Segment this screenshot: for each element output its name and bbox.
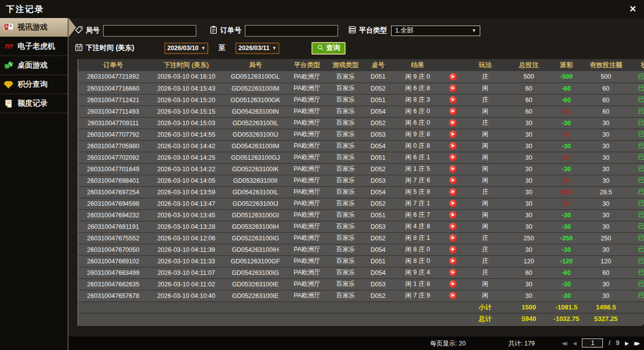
- bet-time-cell: 2026-03-10 04:13:28: [148, 221, 224, 232]
- col-game-type: 游戏类型: [328, 59, 364, 71]
- page-total: 9: [616, 339, 619, 346]
- valid-bet-cell: 30: [583, 278, 629, 290]
- replay-icon[interactable]: [449, 165, 457, 173]
- round-no-cell: GD054263100IG: [224, 267, 286, 278]
- valid-bet-cell: 30: [583, 163, 629, 175]
- replay-icon[interactable]: [449, 142, 457, 150]
- replay-icon[interactable]: [449, 73, 457, 81]
- round-no-cell: GD051263100GI: [224, 209, 286, 221]
- platform-cell: PA欧洲厅: [286, 198, 328, 209]
- replay-icon[interactable]: [449, 131, 457, 138]
- next-page-icon[interactable]: ▶: [625, 340, 629, 346]
- col-status: 状态: [629, 59, 644, 71]
- round-no-input[interactable]: [103, 25, 196, 37]
- replay-icon[interactable]: [449, 188, 457, 196]
- bet-time-cell: 2026-03-10 04:13:45: [148, 209, 224, 221]
- replay-icon[interactable]: [449, 280, 457, 288]
- order-no-input[interactable]: [245, 25, 338, 37]
- round-no-cell: GD051263100GL: [224, 71, 286, 83]
- play-type-cell: 闲: [463, 129, 508, 140]
- status-cell: 已派彩: [629, 129, 644, 140]
- sidebar-item-label: 视讯游戏: [18, 23, 48, 32]
- bet-records-window: 下注记录 × K9 视讯游戏 777 电子老虎机 桌面游戏: [0, 0, 644, 350]
- sidebar-item-label: 桌面游戏: [18, 61, 48, 70]
- platform-cell: PA欧洲厅: [286, 244, 328, 255]
- sidebar-item-credit-records[interactable]: 额度记录: [0, 94, 68, 113]
- result-cell: 闲 7 庄 9: [393, 290, 443, 301]
- replay-icon[interactable]: [449, 96, 457, 104]
- dice-icon: [3, 60, 14, 71]
- replay-icon[interactable]: [449, 108, 457, 115]
- platform-type-select[interactable]: 1.全部 ▼: [391, 26, 480, 36]
- page-input[interactable]: [582, 338, 603, 347]
- order-cell: 260310047697254: [78, 186, 148, 198]
- prev-page-icon[interactable]: ◀: [573, 340, 577, 346]
- gem-icon: [3, 79, 14, 90]
- replay-icon[interactable]: [449, 154, 457, 161]
- table-row: 2603100476700502026-03-10 04:11:39GD0542…: [78, 244, 644, 255]
- platform-cell: PA欧洲厅: [286, 152, 328, 163]
- result-cell: 闲 8 庄 0: [393, 255, 443, 267]
- status-cell: 已派彩: [629, 244, 644, 255]
- replay-icon[interactable]: [449, 246, 457, 253]
- replay-icon[interactable]: [449, 85, 457, 92]
- replay-icon[interactable]: [449, 257, 457, 265]
- play-type-cell: 闲: [463, 163, 508, 175]
- replay-icon[interactable]: [449, 292, 457, 299]
- order-cell: 260310047712421: [78, 94, 148, 106]
- caret-down-icon: ▼: [272, 46, 276, 51]
- order-cell: 260310047662635: [78, 278, 148, 290]
- replay-icon[interactable]: [449, 200, 457, 207]
- platform-cell: PA欧洲厅: [286, 278, 328, 290]
- date-from-select[interactable]: 2026/03/10 ▼: [164, 43, 208, 54]
- replay-icon[interactable]: [449, 269, 457, 276]
- date-to-select[interactable]: 2026/03/11 ▼: [235, 43, 279, 54]
- play-type-cell: 庄: [463, 267, 508, 278]
- sidebar: K9 视讯游戏 777 电子老虎机 桌面游戏 积分查询: [0, 18, 69, 350]
- table-body: 2603100477218922026-03-10 04:16:10GD0512…: [78, 71, 644, 301]
- replay-cell: [443, 152, 463, 163]
- total-bet-cell: 30: [508, 117, 550, 129]
- total-bet-cell: 30: [508, 163, 550, 175]
- replay-icon[interactable]: [449, 211, 457, 219]
- bet-time-cell: 2026-03-10 04:12:06: [148, 232, 224, 244]
- play-type-cell: 庄: [463, 232, 508, 244]
- platform-cell: PA欧洲厅: [286, 267, 328, 278]
- sidebar-item-video-games[interactable]: K9 视讯游戏: [0, 18, 68, 37]
- result-cell: 闲 8 庄 3: [393, 94, 443, 106]
- replay-cell: [443, 186, 463, 198]
- table-no-cell: D052: [364, 290, 393, 301]
- replay-icon[interactable]: [449, 119, 457, 127]
- result-cell: 闲 1 庄 8: [393, 278, 443, 290]
- game-type-cell: 百家乐: [328, 267, 364, 278]
- bet-time-cell: 2026-03-10 04:14:22: [148, 163, 224, 175]
- result-cell: 闲 9 庄 0: [393, 71, 443, 83]
- replay-cell: [443, 117, 463, 129]
- replay-icon[interactable]: [449, 234, 457, 242]
- replay-icon[interactable]: [449, 177, 457, 184]
- sidebar-item-points-query[interactable]: 积分查询: [0, 75, 68, 94]
- status-cell: 已派彩: [629, 278, 644, 290]
- sidebar-item-slots[interactable]: 777 电子老虎机: [0, 37, 68, 56]
- order-no-label: 订单号: [220, 26, 241, 35]
- replay-cell: [443, 106, 463, 117]
- first-page-icon[interactable]: ◀◀: [561, 340, 567, 346]
- payout-cell: -30: [550, 290, 583, 301]
- result-cell: 闲 5 庄 8: [393, 186, 443, 198]
- valid-bet-cell: 30: [583, 290, 629, 301]
- valid-bet-cell: 120: [583, 255, 629, 267]
- query-button[interactable]: 查询: [311, 42, 346, 55]
- sidebar-item-table-games[interactable]: 桌面游戏: [0, 56, 68, 75]
- platform-cell: PA欧洲厅: [286, 83, 328, 94]
- status-cell: 已派彩: [629, 175, 644, 186]
- replay-icon[interactable]: [449, 223, 457, 230]
- search-icon: [317, 44, 324, 53]
- platform-cell: PA欧洲厅: [286, 140, 328, 152]
- game-type-cell: 百家乐: [328, 117, 364, 129]
- play-type-cell: 庄: [463, 117, 508, 129]
- close-icon[interactable]: ×: [629, 4, 636, 14]
- status-cell: 已派彩: [629, 94, 644, 106]
- last-page-icon[interactable]: ▶▶: [634, 340, 640, 346]
- game-type-cell: 百家乐: [328, 244, 364, 255]
- main-area: K9 视讯游戏 777 电子老虎机 桌面游戏 积分查询: [0, 18, 644, 350]
